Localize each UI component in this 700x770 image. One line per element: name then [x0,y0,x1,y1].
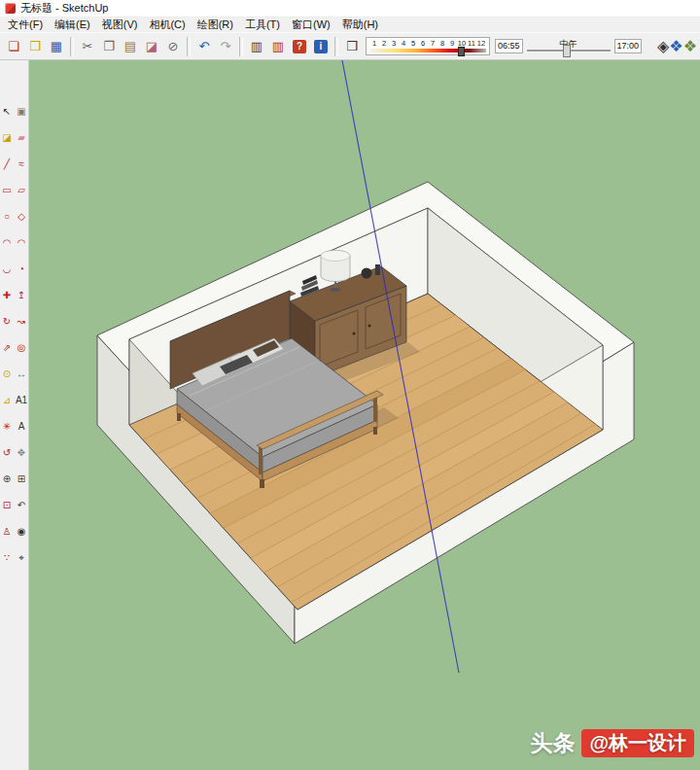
pan-tool[interactable]: ✥ [15,446,28,460]
model-info-button[interactable]: i [314,40,328,53]
bed-leg [260,479,264,488]
make-component-tool[interactable]: ▣ [15,105,28,119]
previous-view-tool[interactable]: ↶ [15,499,28,512]
position-camera-tool[interactable]: ♙ [0,525,14,539]
pie-tool[interactable]: ◔ [15,262,28,276]
scale-tool[interactable]: ⇗ [0,341,14,355]
right-toolbar-group: ◈❖❖ [657,37,697,55]
tape-measure-tool[interactable]: ⊙ [0,368,14,381]
dresser-knob [353,332,356,335]
components-button[interactable]: ❖ [669,37,682,55]
shadow-end-time[interactable]: 17:00 [614,39,643,53]
line-tool[interactable]: ╱ [0,158,14,171]
undo-redo-group: ↶↷ [193,36,236,57]
toolbar-separator [239,37,243,56]
copy-button[interactable]: ❐ [98,36,120,57]
rotate-tool[interactable]: ↻ [0,315,14,329]
large-tool-set-palette: ↖▣◪▰╱≈▭▱○◇◠◠◡◔✚↥↻↝⇗◎⊙↔⊿A1✳A↺✥⊕⊞⊡↶♙◉∵⌖ [0,60,29,770]
footboard-post [259,447,262,474]
bottle [375,264,380,275]
month-label: 11 [467,40,476,48]
month-label: 8 [438,40,447,48]
erase-button[interactable]: ◪ [141,36,162,57]
dimension-tool[interactable]: ↔ [15,368,28,381]
delete-button[interactable]: ⊘ [162,36,184,57]
freehand-tool[interactable]: ≈ [15,158,28,171]
paste-button[interactable]: ▤ [120,36,141,57]
redo-button[interactable]: ↷ [215,36,236,57]
text-tool[interactable]: A1 [15,394,28,407]
polygon-tool[interactable]: ◇ [15,210,28,224]
menu-view[interactable]: 视图(V) [96,18,144,32]
move-tool[interactable]: ✚ [0,289,14,302]
undo-button[interactable]: ↶ [193,36,215,57]
offset-tool[interactable]: ◎ [15,341,28,355]
help-button[interactable]: ? [293,40,306,53]
month-label: 12 [476,40,486,48]
month-label: 2 [379,40,389,48]
new-button[interactable]: ❏ [3,36,24,57]
title-bar: 无标题 - SketchUp [0,0,700,18]
edit-toolbar-group: ✂❐▤◪⊘ [77,36,184,57]
zoom-extents-tool[interactable]: ⊡ [0,499,14,512]
bed-leg [373,427,377,435]
rotated-rectangle-tool[interactable]: ▱ [15,184,28,197]
open-button[interactable]: ❒ [24,36,46,57]
protractor-tool[interactable]: ⊿ [0,394,14,407]
follow-me-tool[interactable]: ↝ [15,315,28,329]
sketchup-app-icon [5,3,16,14]
print-preview-button[interactable]: ▥ [267,36,289,57]
month-label: 9 [447,40,457,48]
month-label: 5 [408,40,418,48]
watermark: 头条 @林一设计 [530,728,694,758]
three-point-arc-tool[interactable]: ◡ [0,262,14,276]
file-toolbar-group: ❏❒▦ [3,36,67,57]
menu-file[interactable]: 文件(F) [2,18,49,32]
time-slider-thumb[interactable] [563,45,571,57]
month-label: 6 [418,40,428,48]
paint-bucket-tool[interactable]: ◪ [0,131,14,145]
month-label: 4 [399,40,408,48]
menu-edit[interactable]: 编辑(E) [49,18,96,32]
bed-leg [177,413,181,421]
axes-tool[interactable]: ✳ [0,420,14,434]
section-plane-tool[interactable]: ⌖ [15,551,28,565]
print-button[interactable]: ▥ [246,36,267,57]
two-point-arc-tool[interactable]: ◠ [15,236,28,250]
output-group: ▥▥?i [246,36,332,57]
month-labels: 123456789101112 [369,40,486,48]
circle-tool[interactable]: ○ [0,210,14,224]
push-pull-tool[interactable]: ↥ [15,289,28,302]
materials-button[interactable]: ❖ [683,37,697,55]
menu-camera[interactable]: 相机(C) [143,18,191,32]
rectangle-tool[interactable]: ▭ [0,184,14,197]
sketchup-window: 无标题 - SketchUp 文件(F)编辑(E)视图(V)相机(C)绘图(R)… [0,0,700,770]
arc-tool[interactable]: ◠ [0,236,14,250]
eraser-tool[interactable]: ▰ [15,131,28,145]
save-button[interactable]: ▦ [46,36,67,57]
shadow-time-slider[interactable]: 中午 [527,37,611,56]
shadow-start-time[interactable]: 06:55 [495,39,523,53]
look-around-tool[interactable]: ◉ [15,525,28,539]
shadow-date-gradient[interactable] [369,49,486,52]
watermark-brand: 头条 [530,728,575,758]
zoom-window-tool[interactable]: ⊞ [15,472,28,486]
zoom-tool[interactable]: ⊕ [0,472,14,486]
menu-window[interactable]: 窗口(W) [286,18,336,32]
month-label: 3 [389,40,399,48]
shadow-toggle-button[interactable]: ❒ [341,36,363,57]
walk-tool[interactable]: ∵ [0,551,14,565]
shadow-date-control[interactable]: 123456789101112 [366,37,490,55]
axes-toggle-button[interactable]: ◈ [657,37,669,55]
orbit-tool[interactable]: ↺ [0,446,14,460]
window-title: 无标题 - SketchUp [20,1,108,16]
select-tool[interactable]: ↖ [0,105,14,119]
date-slider-thumb[interactable] [458,47,465,56]
menu-draw[interactable]: 绘图(R) [192,18,239,32]
cut-button[interactable]: ✂ [77,36,98,57]
menu-tools[interactable]: 工具(T) [239,18,286,32]
model-viewport[interactable]: 头条 @林一设计 [29,60,700,770]
menu-help[interactable]: 帮助(H) [336,18,384,32]
toolbar-separator [334,37,338,56]
3d-text-tool[interactable]: A [15,420,28,434]
